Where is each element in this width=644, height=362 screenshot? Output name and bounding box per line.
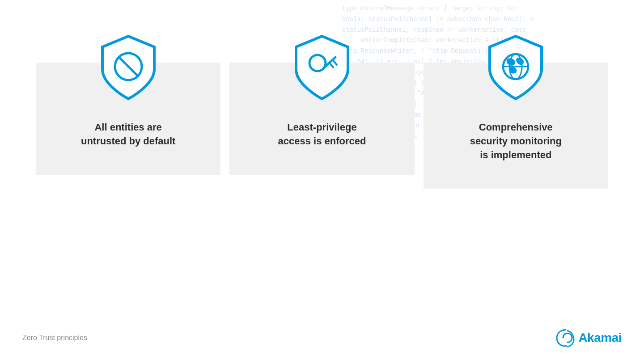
shield-wrapper-1 xyxy=(93,31,164,103)
shield-globe-icon xyxy=(484,33,547,102)
footer-label: Zero Trust principles xyxy=(22,334,87,342)
shield-block-icon xyxy=(97,33,160,102)
card-text-untrusted: All entities areuntrusted by default xyxy=(68,121,189,148)
cards-container: All entities areuntrusted by default Lea… xyxy=(0,63,644,189)
shield-wrapper-3 xyxy=(480,31,551,103)
card-monitoring: Comprehensivesecurity monitoringis imple… xyxy=(424,63,608,189)
akamai-logo: Akamai xyxy=(555,327,622,349)
footer: Zero Trust principles Akamai xyxy=(22,327,622,349)
card-untrusted: All entities areuntrusted by default xyxy=(36,63,220,175)
akamai-logo-text: Akamai xyxy=(578,331,622,345)
shield-key-icon xyxy=(291,33,353,102)
shield-wrapper-2 xyxy=(286,31,358,103)
card-text-monitoring: Comprehensivesecurity monitoringis imple… xyxy=(457,121,575,162)
card-text-least-privilege: Least-privilegeaccess is enforced xyxy=(265,121,380,148)
akamai-logo-icon xyxy=(555,327,576,349)
card-least-privilege: Least-privilegeaccess is enforced xyxy=(229,63,414,175)
